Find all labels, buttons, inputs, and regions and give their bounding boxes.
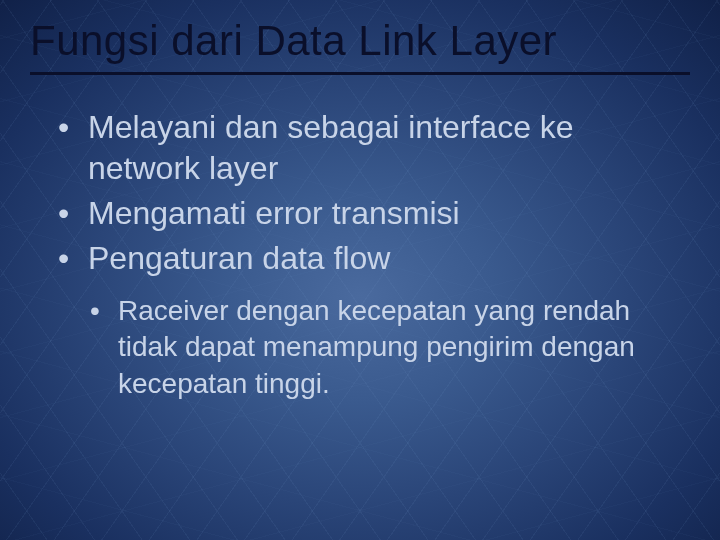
bullet-item: Mengamati error transmisi	[58, 193, 690, 234]
sub-bullet-list: Raceiver dengan kecepatan yang rendah ti…	[58, 293, 690, 402]
bullet-item: Pengaturan data flow	[58, 238, 690, 279]
slide-content: Melayani dan sebagai interface ke networ…	[30, 107, 690, 402]
sub-bullet-text: Raceiver dengan kecepatan yang rendah ti…	[118, 295, 635, 399]
slide-title: Fungsi dari Data Link Layer	[30, 18, 690, 75]
slide-container: Fungsi dari Data Link Layer Melayani dan…	[0, 0, 720, 540]
sub-bullet-item: Raceiver dengan kecepatan yang rendah ti…	[90, 293, 690, 402]
bullet-item: Melayani dan sebagai interface ke networ…	[58, 107, 690, 189]
bullet-text: Mengamati error transmisi	[88, 195, 460, 231]
bullet-text: Pengaturan data flow	[88, 240, 390, 276]
bullet-text: Melayani dan sebagai interface ke networ…	[88, 109, 574, 186]
